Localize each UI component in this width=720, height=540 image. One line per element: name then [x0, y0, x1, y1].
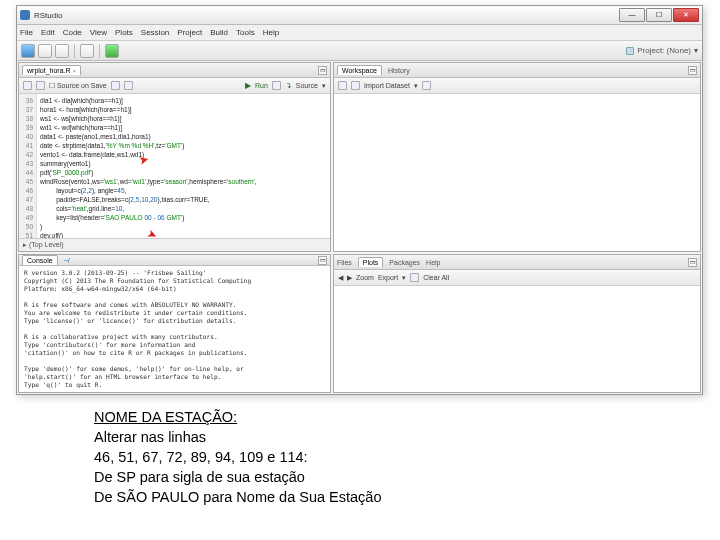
title-bar: RStudio — ☐ ✕: [17, 6, 702, 25]
project-icon: [626, 47, 634, 55]
pane-collapse-button[interactable]: ▭: [688, 258, 697, 267]
run-button[interactable]: Run: [255, 82, 268, 89]
remove-plot-icon[interactable]: [410, 273, 419, 282]
load-icon[interactable]: [338, 81, 347, 90]
import-button[interactable]: Import Dataset: [364, 82, 410, 89]
code-editor[interactable]: 36 37 38 39 40 41 42 43 44 45 46 47 48 4…: [19, 94, 330, 238]
pane-collapse-button[interactable]: ▭: [688, 66, 697, 75]
source-tab[interactable]: wrplot_hora.R×: [22, 65, 81, 75]
app-window: RStudio — ☐ ✕ File Edit Code View Plots …: [16, 5, 703, 395]
minimize-button[interactable]: —: [619, 8, 645, 22]
tab-workspace[interactable]: Workspace: [337, 65, 382, 75]
close-button[interactable]: ✕: [673, 8, 699, 22]
tab-help[interactable]: Help: [426, 259, 440, 266]
find-icon[interactable]: [111, 81, 120, 90]
rerun-icon[interactable]: [272, 81, 281, 90]
new-file-button[interactable]: [21, 44, 35, 58]
prev-plot-icon[interactable]: ◀: [338, 274, 343, 282]
tab-packages[interactable]: Packages: [389, 259, 420, 266]
source-button[interactable]: Source: [296, 82, 318, 89]
save-ws-icon[interactable]: [351, 81, 360, 90]
tab-history[interactable]: History: [388, 67, 410, 74]
menu-edit[interactable]: Edit: [41, 28, 55, 37]
menu-build[interactable]: Build: [210, 28, 228, 37]
menu-bar: File Edit Code View Plots Session Projec…: [17, 25, 702, 41]
tab-plots[interactable]: Plots: [358, 257, 384, 267]
clear-icon[interactable]: [422, 81, 431, 90]
zoom-button[interactable]: Zoom: [356, 274, 374, 281]
save-button[interactable]: [55, 44, 69, 58]
goto-button[interactable]: [105, 44, 119, 58]
run-icon: ▶: [245, 81, 251, 90]
workspace-pane: Workspace History ▭ Import Dataset ▾: [333, 62, 701, 252]
compile-icon[interactable]: [124, 81, 133, 90]
close-icon[interactable]: ×: [73, 68, 77, 74]
open-file-button[interactable]: [38, 44, 52, 58]
next-plot-icon[interactable]: ▶: [347, 274, 352, 282]
app-icon: [20, 10, 30, 20]
project-selector[interactable]: Project: (None) ▾: [626, 46, 698, 55]
console-output[interactable]: R version 3.0.2 (2013-09-25) -- 'Frisbee…: [19, 266, 330, 393]
menu-tools[interactable]: Tools: [236, 28, 255, 37]
window-title: RStudio: [34, 11, 619, 20]
tab-files[interactable]: Files: [337, 259, 352, 266]
menu-view[interactable]: View: [90, 28, 107, 37]
pane-collapse-button[interactable]: ▭: [318, 66, 327, 75]
print-button[interactable]: [80, 44, 94, 58]
console-pane: Console ~/ ▭ R version 3.0.2 (2013-09-25…: [18, 254, 331, 393]
nav-indicator[interactable]: ▸ (Top Level): [23, 241, 64, 249]
save-icon[interactable]: [36, 81, 45, 90]
clear-all-button[interactable]: Clear All: [423, 274, 449, 281]
maximize-button[interactable]: ☐: [646, 8, 672, 22]
menu-file[interactable]: File: [20, 28, 33, 37]
source-pane: wrplot_hora.R× ▭ ☐ Source on Save ▶Run ↴…: [18, 62, 331, 252]
menu-session[interactable]: Session: [141, 28, 169, 37]
pane-collapse-button[interactable]: ▭: [318, 256, 327, 265]
plots-pane: Files Plots Packages Help ▭ ◀ ▶ Zoom Exp…: [333, 254, 701, 393]
menu-help[interactable]: Help: [263, 28, 279, 37]
menu-code[interactable]: Code: [63, 28, 82, 37]
back-icon[interactable]: [23, 81, 32, 90]
menu-project[interactable]: Project: [177, 28, 202, 37]
export-button[interactable]: Export: [378, 274, 398, 281]
main-toolbar: Project: (None) ▾: [17, 41, 702, 61]
instruction-text: NOME DA ESTAÇÃO: Alterar nas linhas 46, …: [94, 407, 720, 507]
menu-plots[interactable]: Plots: [115, 28, 133, 37]
tab-console[interactable]: Console: [22, 255, 58, 265]
